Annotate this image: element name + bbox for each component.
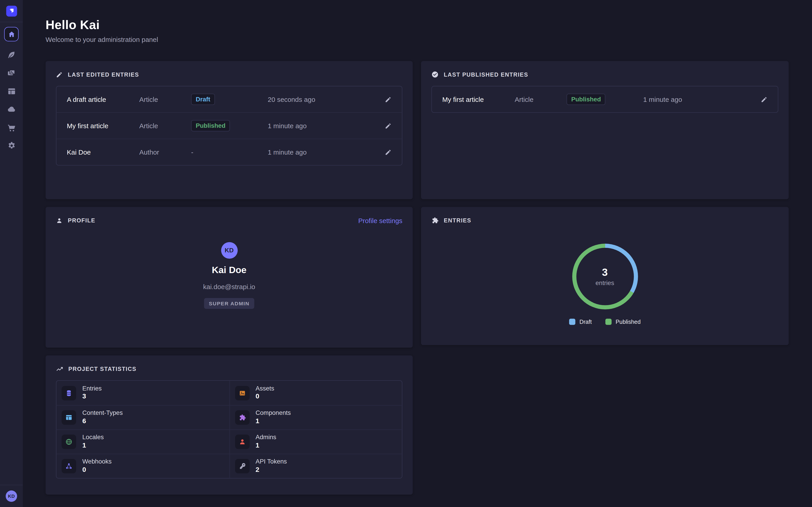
entry-time: 1 minute ago [643,96,756,103]
trend-up-icon [56,365,63,373]
sidebar-item-home[interactable] [4,27,18,41]
project-statistics-card: PROJECT STATISTICS Entries 3 Assets 0 [46,355,413,495]
stat-locales: Locales 1 [56,430,229,454]
strapi-logo-button[interactable] [6,5,17,16]
pencil-icon [385,96,392,103]
table-row[interactable]: Kai Doe Author - 1 minute ago [56,138,402,165]
last-published-entries-card: LAST PUBLISHED ENTRIES My first article … [421,61,789,199]
status-badge: Draft [191,94,215,105]
entries-body: 3 entries Draft Published [431,232,778,325]
card-title: PROFILE [68,217,95,224]
card-title: PROJECT STATISTICS [68,366,137,372]
card-header: LAST EDITED ENTRIES [56,70,402,79]
entry-status: Published [567,94,643,105]
sidebar-item-content-manager[interactable] [4,50,18,59]
sidebar-item-deploy[interactable] [4,105,18,114]
strapi-logo-icon [8,7,15,14]
key-icon [235,459,249,473]
stat-components: Components 1 [229,405,402,430]
globe-icon [62,435,76,449]
draft-swatch [569,319,575,325]
stat-webhooks: Webhooks 0 [56,454,229,478]
sidebar-item-media-library[interactable] [4,68,18,77]
stat-label: Content-Types [82,409,123,417]
profile-email: kai.doe@strapi.io [203,283,255,291]
sidebar-item-settings[interactable] [4,140,18,150]
last-edited-table: A draft article Article Draft 20 seconds… [56,86,402,166]
profile-name: Kai Doe [212,265,247,276]
card-header: PROFILE Profile settings [56,216,402,225]
card-header: LAST PUBLISHED ENTRIES [431,70,778,79]
sidebar-footer: KD [0,485,23,507]
card-title: LAST EDITED ENTRIES [68,71,139,78]
stat-label: Webhooks [82,458,112,465]
entry-name: My first article [67,122,139,129]
legend-item-draft: Draft [569,319,592,325]
pencil-icon [56,71,63,78]
gear-icon [7,141,16,150]
last-published-table: My first article Article Published 1 min… [431,86,778,113]
edit-entry-button[interactable] [380,122,392,129]
entry-status: - [191,147,268,157]
stat-label: Assets [256,385,274,392]
edit-entry-button[interactable] [380,96,392,103]
status-badge: Published [191,120,230,131]
table-row[interactable]: My first article Article Published 1 min… [56,112,402,138]
entries-donut-chart: 3 entries [572,243,638,309]
stat-value: 0 [256,392,274,401]
strapi-admin-dashboard: KD Hello Kai Welcome to your administrat… [0,0,812,507]
profile-card: PROFILE Profile settings KD Kai Doe kai.… [46,207,413,347]
entry-name: Kai Doe [67,148,139,156]
entry-status: Published [191,120,268,131]
stats-grid: Entries 3 Assets 0 Content-Types 6 [56,380,402,478]
entries-count: 3 [596,267,614,277]
stat-label: Admins [256,434,276,441]
layout-icon [7,87,16,96]
page-title: Hello Kai [46,17,789,32]
page-subtitle: Welcome to your administration panel [46,36,789,43]
stat-value: 1 [256,441,276,450]
workplace-header [0,0,23,22]
webhook-icon [62,459,76,473]
profile-settings-link[interactable]: Profile settings [358,217,402,224]
sidebar-item-marketplace[interactable] [4,123,18,132]
sidebar-nav [4,27,18,150]
stat-value: 0 [82,465,112,474]
chart-legend: Draft Published [569,319,641,325]
edit-entry-button[interactable] [380,149,392,156]
database-icon [62,386,76,400]
puzzle-icon [235,410,249,425]
user-avatar[interactable]: KD [6,491,17,502]
pencil-icon [761,96,768,103]
published-swatch [605,319,611,325]
stat-label: Entries [82,385,102,392]
entry-name: A draft article [67,96,139,103]
cloud-icon [7,105,16,114]
stat-value: 1 [82,441,104,450]
stat-value: 6 [82,417,123,426]
pencil-icon [385,149,392,156]
table-row[interactable]: My first article Article Published 1 min… [432,86,778,112]
last-edited-entries-card: LAST EDITED ENTRIES A draft article Arti… [46,61,413,199]
donut-center-label: 3 entries [596,267,614,286]
table-row[interactable]: A draft article Article Draft 20 seconds… [56,86,402,112]
sidebar-item-content-type-builder[interactable] [4,86,18,96]
cart-icon [7,123,16,131]
stat-api-tokens: API Tokens 2 [229,454,402,478]
image-icon [235,386,249,400]
home-icon [7,30,15,38]
legend-label: Published [615,319,641,325]
card-header: PROJECT STATISTICS [56,365,402,373]
role-badge: SUPER ADMIN [204,298,254,309]
sidebar: KD [0,0,23,507]
entry-time: 1 minute ago [268,122,380,129]
entry-type: Article [515,96,567,103]
status-empty: - [191,149,193,156]
edit-entry-button[interactable] [756,96,768,103]
stat-entries: Entries 3 [56,381,229,405]
entry-type: Author [139,148,191,156]
entry-name: My first article [442,96,515,103]
person-icon [56,217,63,224]
layout-icon [62,410,76,425]
stat-label: Locales [82,434,104,441]
